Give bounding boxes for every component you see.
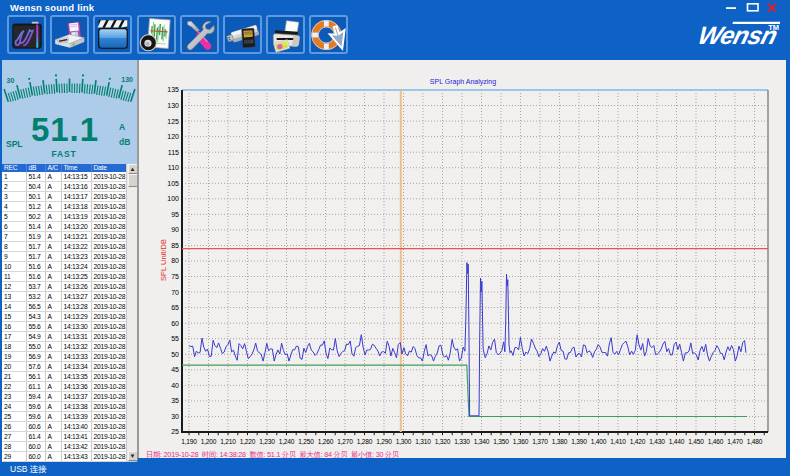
svg-text:1,410: 1,410 [610, 438, 626, 445]
svg-text:1,210: 1,210 [220, 438, 236, 445]
svg-text:1,260: 1,260 [318, 438, 334, 445]
svg-text:25: 25 [171, 428, 179, 435]
svg-text:40: 40 [171, 382, 179, 389]
svg-text:1,200: 1,200 [201, 438, 217, 445]
svg-text:TM: TM [768, 23, 779, 32]
svg-text:105: 105 [167, 180, 179, 187]
svg-text:1,250: 1,250 [298, 438, 314, 445]
svg-text:1,230: 1,230 [259, 438, 275, 445]
svg-text:1,460: 1,460 [708, 438, 724, 445]
svg-text:65: 65 [171, 304, 179, 311]
svg-text:45: 45 [171, 366, 179, 373]
svg-text:1,370: 1,370 [532, 438, 548, 445]
svg-text:1,190: 1,190 [181, 438, 197, 445]
svg-text:60: 60 [171, 320, 179, 327]
svg-text:1,300: 1,300 [396, 438, 412, 445]
svg-text:50: 50 [171, 351, 179, 358]
svg-text:1,400: 1,400 [591, 438, 607, 445]
svg-text:90: 90 [171, 226, 179, 233]
svg-text:115: 115 [168, 149, 179, 156]
svg-text:80: 80 [171, 257, 179, 264]
svg-text:1,330: 1,330 [454, 438, 470, 445]
svg-text:1,390: 1,390 [571, 438, 587, 445]
svg-text:130: 130 [167, 102, 179, 109]
svg-text:1,470: 1,470 [727, 438, 743, 445]
svg-text:35: 35 [171, 397, 179, 404]
svg-text:100: 100 [167, 195, 179, 202]
svg-text:1,280: 1,280 [357, 438, 373, 445]
svg-text:1,240: 1,240 [279, 438, 295, 445]
svg-text:SPL Unit/DB: SPL Unit/DB [159, 239, 168, 281]
svg-text:1,320: 1,320 [435, 438, 451, 445]
svg-text:1,220: 1,220 [240, 438, 256, 445]
svg-text:1,290: 1,290 [376, 438, 392, 445]
svg-text:130: 130 [121, 76, 133, 83]
svg-text:70: 70 [171, 289, 179, 296]
svg-text:1,440: 1,440 [669, 438, 685, 445]
svg-text:125: 125 [167, 118, 179, 125]
svg-text:75: 75 [171, 273, 179, 280]
svg-text:95: 95 [171, 211, 179, 218]
svg-text:30: 30 [171, 413, 179, 420]
svg-text:85: 85 [171, 242, 179, 249]
svg-text:1,270: 1,270 [337, 438, 353, 445]
svg-text:55: 55 [171, 335, 179, 342]
svg-text:1,480: 1,480 [747, 438, 763, 445]
svg-text:1,360: 1,360 [513, 438, 529, 445]
svg-text:1,350: 1,350 [493, 438, 509, 445]
svg-text:135: 135 [167, 86, 179, 93]
svg-text:30: 30 [7, 77, 15, 84]
svg-text:120: 120 [167, 133, 179, 140]
svg-text:1,430: 1,430 [649, 438, 665, 445]
svg-text:1,340: 1,340 [474, 438, 490, 445]
svg-text:1,450: 1,450 [688, 438, 704, 445]
svg-text:1,310: 1,310 [415, 438, 431, 445]
svg-text:1,420: 1,420 [630, 438, 646, 445]
svg-text:110: 110 [168, 164, 179, 171]
svg-text:1,380: 1,380 [552, 438, 568, 445]
